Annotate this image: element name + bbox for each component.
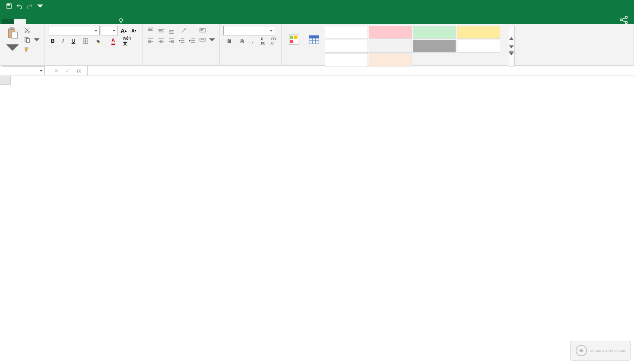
comma-button[interactable]: , [247, 36, 257, 46]
group-number: ₪ % , .0.00 .00.0 [220, 24, 282, 65]
border-button[interactable] [79, 36, 92, 46]
tab-view[interactable] [86, 19, 98, 24]
svg-rect-21 [290, 40, 294, 43]
align-middle-button[interactable] [156, 26, 166, 35]
increase-decimal-button[interactable]: .0.00 [258, 36, 267, 46]
ribbon: A▴ A▾ B I U A wén文 [0, 24, 634, 66]
group-styles [282, 24, 634, 65]
name-box[interactable] [2, 66, 45, 75]
quick-access-toolbar [0, 1, 45, 11]
cell-styles-gallery [325, 26, 506, 66]
align-center-button[interactable] [156, 36, 166, 46]
tab-help[interactable] [98, 19, 111, 24]
cancel-formula-button[interactable]: ✕ [52, 66, 61, 76]
svg-rect-12 [26, 38, 29, 42]
style-warning[interactable] [325, 54, 368, 66]
group-alignment [143, 24, 220, 65]
tab-data[interactable] [62, 19, 74, 24]
fill-color-button[interactable] [93, 36, 106, 46]
group-clipboard [0, 24, 44, 65]
increase-indent-button[interactable] [187, 36, 197, 46]
decrease-indent-button[interactable] [177, 36, 187, 46]
font-size-select[interactable] [101, 26, 118, 35]
decrease-font-button[interactable]: A▾ [129, 26, 139, 35]
qat-customize-button[interactable] [35, 1, 45, 11]
tab-home[interactable] [14, 19, 26, 24]
percent-button[interactable]: % [237, 36, 247, 46]
watermark-logo: CHUANG XIN HU LIAN [570, 341, 631, 361]
svg-rect-14 [96, 44, 102, 44]
share-button[interactable] [618, 15, 629, 25]
svg-text:₪: ₪ [228, 39, 231, 44]
style-linked-cell[interactable] [369, 54, 412, 66]
format-painter-button[interactable] [23, 45, 41, 54]
select-all-corner[interactable] [0, 76, 11, 85]
style-explanatory[interactable] [457, 40, 500, 53]
svg-point-4 [625, 16, 628, 19]
svg-rect-15 [200, 28, 205, 32]
svg-rect-19 [290, 36, 294, 39]
number-format-select[interactable] [223, 26, 275, 35]
tab-file[interactable] [2, 19, 14, 24]
svg-point-10 [28, 31, 30, 33]
spreadsheet-grid: CHUANG XIN HU LIAN [0, 76, 634, 364]
style-normal[interactable] [325, 26, 368, 39]
format-as-table-button[interactable] [305, 26, 323, 54]
svg-rect-23 [309, 36, 319, 38]
tab-insert[interactable] [26, 19, 38, 24]
conditional-formatting-button[interactable] [285, 26, 303, 54]
save-button[interactable] [4, 1, 14, 11]
style-check-cell[interactable] [413, 40, 456, 53]
group-font: A▴ A▾ B I U A wén文 [44, 24, 143, 65]
accounting-format-button[interactable]: ₪ [223, 36, 236, 46]
align-bottom-button[interactable] [167, 26, 176, 35]
wrap-text-button[interactable] [199, 26, 216, 35]
enter-formula-button[interactable]: ✓ [63, 66, 73, 76]
undo-button[interactable] [15, 1, 24, 11]
svg-point-5 [625, 22, 628, 24]
cut-button[interactable] [23, 26, 41, 35]
copy-button[interactable] [23, 35, 41, 44]
font-color-button[interactable]: A [107, 36, 120, 46]
orientation-button[interactable] [177, 26, 190, 35]
svg-rect-20 [294, 36, 298, 39]
svg-point-3 [620, 19, 622, 21]
increase-font-button[interactable]: A▴ [119, 26, 128, 35]
italic-button[interactable]: I [58, 36, 68, 46]
svg-rect-1 [8, 4, 10, 6]
style-calculation[interactable] [369, 40, 412, 53]
font-name-select[interactable] [48, 26, 100, 35]
tell-me-search[interactable] [111, 18, 127, 24]
redo-button[interactable] [25, 1, 35, 11]
paste-button[interactable] [3, 26, 22, 54]
bold-button[interactable]: B [48, 36, 57, 46]
svg-point-9 [25, 31, 27, 33]
svg-rect-8 [12, 32, 17, 38]
align-top-button[interactable] [146, 26, 155, 35]
insert-function-button[interactable]: fx [74, 66, 84, 76]
underline-button[interactable]: U [69, 36, 78, 46]
style-hyperlink[interactable] [325, 40, 368, 53]
decrease-decimal-button[interactable]: .00.0 [268, 36, 278, 46]
merge-center-button[interactable] [199, 35, 216, 44]
align-left-button[interactable] [146, 36, 155, 46]
title-bar [0, 0, 634, 12]
phonetic-button[interactable]: wén文 [120, 36, 133, 46]
svg-rect-7 [10, 27, 13, 30]
svg-point-2 [120, 19, 123, 22]
style-neutral[interactable] [457, 26, 500, 39]
svg-rect-24 [509, 51, 514, 52]
tab-review[interactable] [74, 19, 86, 24]
tab-page-layout[interactable] [38, 19, 50, 24]
ribbon-tabs [0, 12, 634, 24]
align-right-button[interactable] [167, 36, 176, 46]
tab-formulas[interactable] [50, 19, 62, 24]
style-good[interactable] [413, 26, 456, 39]
style-bad[interactable] [369, 26, 412, 39]
style-gallery-scroll[interactable] [508, 26, 515, 66]
